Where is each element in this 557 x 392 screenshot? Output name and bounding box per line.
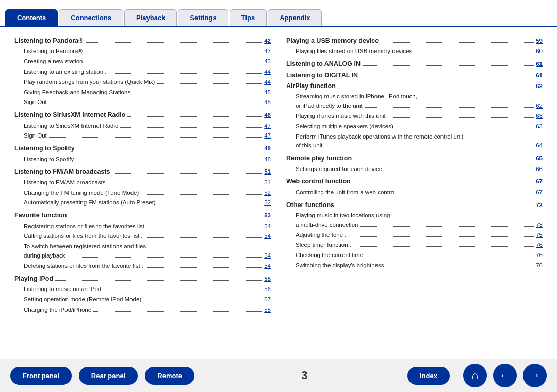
toc-page-number[interactable]: 52	[264, 189, 271, 198]
toc-page-number[interactable]: 67	[536, 177, 543, 186]
tab-settings[interactable]: Settings	[178, 9, 228, 26]
toc-page-number[interactable]: 52	[264, 198, 271, 208]
toc-page-number[interactable]: 72	[536, 201, 543, 210]
tab-tips[interactable]: Tips	[230, 9, 267, 26]
toc-sub-title: Automatically presetting FM stations (Au…	[14, 198, 156, 208]
tab-playback[interactable]: Playback	[124, 9, 177, 26]
toc-page-number[interactable]: 67	[536, 188, 543, 197]
remote-button[interactable]: Remote	[145, 367, 194, 385]
toc-wrap-text: Streaming music stored in iPhone, iPod t…	[286, 92, 543, 101]
toc-page-number[interactable]: 75	[536, 231, 543, 240]
toc-section-title: Favorite function	[14, 211, 67, 220]
toc-page-number[interactable]: 59	[536, 37, 543, 46]
toc-sub-title: Registering stations or files to the fav…	[14, 222, 144, 231]
toc-page-number[interactable]: 43	[264, 57, 271, 66]
toc-page-number[interactable]: 76	[536, 241, 543, 250]
toc-page-number[interactable]: 56	[264, 285, 271, 294]
toc-entry: or iPad directly to the unit62	[286, 101, 543, 111]
toc-dots	[77, 150, 263, 150]
toc-page-number[interactable]: 57	[264, 295, 271, 304]
toc-entry: Controlling the unit from a web control6…	[286, 188, 543, 197]
home-button[interactable]: ⌂	[463, 364, 487, 387]
toc-page-number[interactable]: 63	[536, 122, 543, 131]
toc-page-number[interactable]: 76	[536, 261, 543, 270]
toc-page-number[interactable]: 54	[264, 251, 271, 261]
toc-wrap-text: To switch between registered stations an…	[14, 242, 271, 251]
toc-page-number[interactable]: 48	[264, 155, 271, 164]
toc-entry: Listening to Pandora®42	[14, 36, 271, 46]
toc-page-number[interactable]: 47	[264, 122, 271, 131]
toc-sub-title: Adjusting the tone	[286, 231, 343, 240]
tab-contents[interactable]: Contents	[5, 9, 58, 26]
toc-dots	[360, 226, 534, 227]
toc-page-number[interactable]: 44	[264, 67, 271, 77]
toc-section-title: Listening to ANALOG IN	[286, 59, 361, 69]
toc-page-number[interactable]: 66	[536, 165, 543, 174]
toc-entry: a multi-drive connection73	[286, 220, 543, 230]
toc-page-number[interactable]: 46	[264, 111, 271, 120]
toc-entry: Registering stations or files to the fav…	[14, 222, 271, 231]
toc-page-number[interactable]: 48	[264, 144, 271, 154]
toc-dots	[414, 53, 534, 53]
toc-page-number[interactable]: 62	[536, 101, 543, 111]
toc-page-number[interactable]: 42	[264, 37, 271, 46]
index-button[interactable]: Index	[407, 367, 450, 385]
toc-entry: Remote play function65	[286, 154, 543, 163]
toc-dots	[85, 63, 262, 63]
toc-page-number[interactable]: 51	[264, 178, 271, 188]
toc-entry: Checking the current time76	[286, 251, 543, 260]
toc-section-title: Web control function	[286, 177, 351, 186]
toc-wrap-text: Playing music in two locations using	[286, 211, 543, 220]
toc-page-number[interactable]: 61	[536, 60, 543, 69]
toc-page-number[interactable]: 65	[536, 154, 543, 163]
front-panel-button[interactable]: Front panel	[10, 367, 72, 385]
toc-dots	[324, 147, 534, 147]
toc-entry: Listening to an existing station44	[14, 67, 271, 77]
rear-panel-button[interactable]: Rear panel	[79, 367, 138, 385]
back-button[interactable]: ←	[493, 364, 517, 387]
toc-dots	[93, 311, 262, 312]
toc-page-number[interactable]: 61	[536, 71, 543, 80]
toc-page-number[interactable]: 45	[264, 88, 271, 97]
toc-entry: Deleting stations or files from the favo…	[14, 262, 271, 271]
toc-dots	[105, 73, 262, 74]
toc-page-number[interactable]: 47	[264, 131, 271, 141]
toc-dots	[336, 207, 534, 207]
toc-section-title: Playing a USB memory device	[286, 36, 379, 46]
toc-entry: Changing the FM tuning mode (Tune Mode)5…	[14, 189, 271, 198]
toc-entry: Other functions72	[286, 200, 543, 210]
toc-entry: Setting operation mode (Remote iPod Mode…	[14, 295, 271, 304]
toc-page-number[interactable]: 63	[536, 112, 543, 121]
toc-entry: Playing iPod55	[14, 274, 271, 284]
tab-connections[interactable]: Connections	[59, 9, 123, 26]
toc-entry: Settings required for each device66	[286, 165, 543, 174]
toc-entry: Playing a USB memory device59	[286, 36, 543, 46]
toc-page-number[interactable]: 55	[264, 275, 271, 284]
toc-page-number[interactable]: 73	[536, 220, 543, 230]
toc-page-number[interactable]: 64	[536, 141, 543, 150]
toc-entry: Automatically presetting FM stations (Au…	[14, 198, 271, 208]
toc-page-number[interactable]: 51	[264, 167, 271, 177]
toc-page-number[interactable]: 54	[264, 232, 271, 241]
toc-page-number[interactable]: 62	[536, 82, 543, 91]
toc-page-number[interactable]: 54	[264, 262, 271, 271]
toc-entry: Playing files stored on USB memory devic…	[286, 47, 543, 56]
toc-section-title: Playing iPod	[14, 274, 53, 284]
toc-entry: Giving Feedback and Managing Stations45	[14, 88, 271, 97]
toc-page-number[interactable]: 44	[264, 78, 271, 87]
toc-entry: Switching the display's brightness76	[286, 261, 543, 270]
toc-page-number[interactable]: 43	[264, 47, 271, 56]
toc-entry: of this unit64	[286, 141, 543, 150]
toc-page-number[interactable]: 60	[536, 47, 543, 56]
toc-dots	[365, 257, 534, 257]
toc-section-title: Remote play function	[286, 154, 352, 163]
toc-page-number[interactable]: 58	[264, 305, 271, 315]
toc-sub-title: Sign Out	[14, 131, 47, 141]
toc-page-number[interactable]: 54	[264, 222, 271, 231]
forward-button[interactable]: →	[523, 364, 547, 387]
tab-appendix[interactable]: Appendix	[268, 9, 322, 26]
toc-page-number[interactable]: 53	[264, 211, 271, 220]
toc-page-number[interactable]: 45	[264, 98, 271, 107]
toc-page-number[interactable]: 76	[536, 251, 543, 260]
toc-sub-title: during playback	[14, 251, 65, 261]
